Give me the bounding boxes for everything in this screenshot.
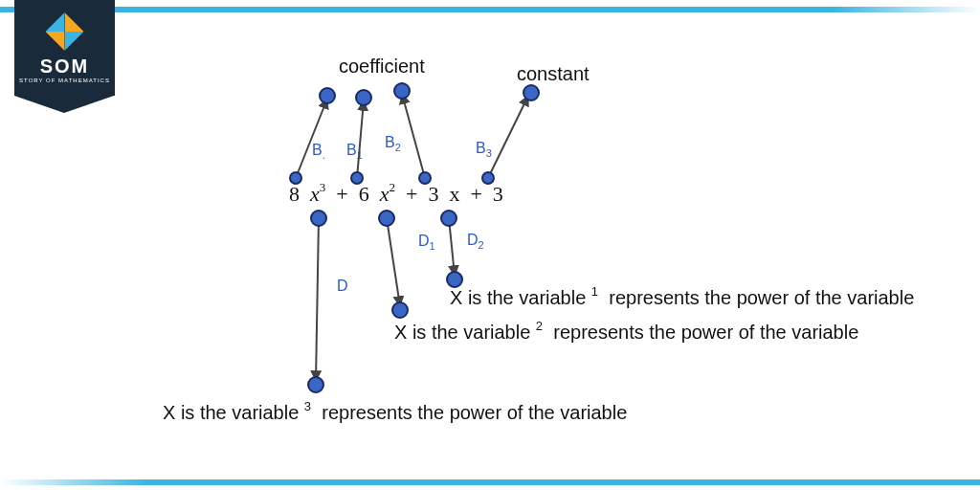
node-src-d1 [379, 211, 394, 226]
node-end-d2 [447, 272, 462, 287]
node-top-b1 [356, 90, 371, 105]
node-src-d2 [441, 211, 457, 226]
arrow-var-d2 [449, 218, 455, 276]
arrow-coef-b2 [402, 94, 425, 178]
node-top-b2 [394, 83, 410, 99]
diagram-stage: coefficient constant 8 x3 + 6 x2 + 3 x +… [0, 0, 980, 490]
node-src-b1 [351, 172, 363, 184]
arrow-var-d [316, 218, 319, 381]
arrow-coef-b [296, 99, 327, 178]
node-src-b [290, 172, 301, 184]
arrow-var-d1 [387, 218, 400, 306]
node-end-d [308, 377, 323, 392]
arrow-const-b3 [488, 96, 528, 178]
node-top-b [320, 88, 335, 103]
node-top-b3 [523, 85, 539, 100]
node-end-d1 [392, 302, 408, 318]
node-src-b2 [419, 172, 431, 184]
node-src-b3 [482, 172, 494, 184]
arrows-layer [0, 0, 980, 490]
node-src-d [311, 211, 326, 226]
arrow-coef-b1 [357, 100, 364, 178]
